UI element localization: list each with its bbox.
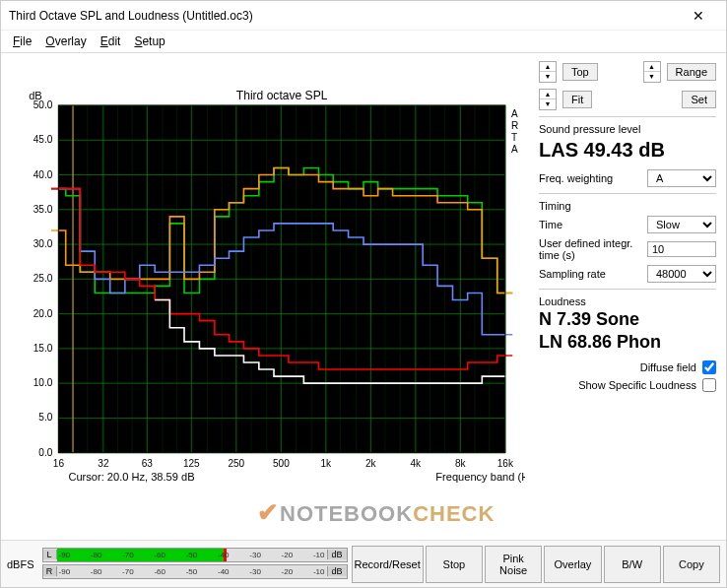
menubar: File Overlay Edit Setup <box>1 31 726 53</box>
meter-l-label: L <box>43 550 57 559</box>
chart-pane: 0.05.010.015.020.025.030.035.040.045.050… <box>1 53 529 541</box>
integr-input[interactable] <box>647 241 716 257</box>
bottom-bar: dBFS L -90-80-70-60-50-40-30-20-10 dB R … <box>1 540 726 587</box>
fit-button[interactable]: Fit <box>562 91 592 108</box>
svg-text:35.0: 35.0 <box>33 204 53 215</box>
timing-label: Timing <box>539 200 716 212</box>
meter-ticks: -90-80-70-60-50-40-30-20-10 <box>57 565 327 578</box>
side-panel: ▲▼ Top ▲▼ Range ▲▼ Fit Set Sound pressur… <box>529 53 726 541</box>
svg-text:dB: dB <box>29 90 42 101</box>
chevron-down-icon[interactable]: ▼ <box>540 72 556 82</box>
meter-right: R -90-80-70-60-50-40-30-20-10 dB <box>42 564 348 579</box>
level-meters: L -90-80-70-60-50-40-30-20-10 dB R -90-8… <box>42 548 348 581</box>
freq-weighting-label: Freq. weighting <box>539 172 613 184</box>
svg-text:63: 63 <box>142 458 154 469</box>
svg-text:16k: 16k <box>497 458 514 469</box>
svg-text:15.0: 15.0 <box>33 343 53 354</box>
svg-text:1k: 1k <box>321 458 333 469</box>
svg-text:Third octave SPL: Third octave SPL <box>236 89 328 102</box>
diffuse-label: Diffuse field <box>640 361 696 373</box>
menu-edit[interactable]: Edit <box>95 33 127 50</box>
show-specific-label: Show Specific Loudness <box>578 379 696 391</box>
spl-chart[interactable]: 0.05.010.015.020.025.030.035.040.045.050… <box>9 61 525 537</box>
menu-overlay[interactable]: Overlay <box>39 33 92 50</box>
svg-text:32: 32 <box>98 458 109 469</box>
window-title: Third Octave SPL and Loudness (Untitled.… <box>9 9 679 23</box>
close-icon[interactable]: ✕ <box>679 8 718 24</box>
bw-button[interactable]: B/W <box>604 546 661 583</box>
chevron-down-icon[interactable]: ▼ <box>644 72 660 82</box>
svg-text:4k: 4k <box>411 458 423 469</box>
svg-text:25.0: 25.0 <box>33 273 53 284</box>
top-button[interactable]: Top <box>562 63 598 81</box>
svg-text:10.0: 10.0 <box>33 377 53 388</box>
sampling-select[interactable]: 48000 <box>647 265 716 283</box>
loudness-n: N 7.39 Sone <box>539 309 716 330</box>
meter-ticks: -90-80-70-60-50-40-30-20-10 <box>57 549 327 561</box>
overlay-button[interactable]: Overlay <box>544 546 601 583</box>
loudness-label: Loudness <box>539 295 716 307</box>
chevron-up-icon[interactable]: ▲ <box>540 90 556 99</box>
svg-text:8k: 8k <box>455 458 467 469</box>
svg-text:2k: 2k <box>365 458 377 469</box>
freq-weighting-select[interactable]: A <box>647 169 716 187</box>
svg-text:Cursor:   20.0 Hz, 38.59 dB: Cursor: 20.0 Hz, 38.59 dB <box>68 471 194 483</box>
svg-text:125: 125 <box>183 458 200 469</box>
svg-text:A: A <box>511 108 518 119</box>
svg-text:A: A <box>511 144 518 155</box>
pink-noise-button[interactable]: Pink Noise <box>485 546 542 583</box>
set-button[interactable]: Set <box>682 91 716 108</box>
meter-left: L -90-80-70-60-50-40-30-20-10 dB <box>42 548 348 562</box>
meter-unit: dB <box>327 550 347 559</box>
loudness-ln: LN 68.86 Phon <box>539 332 716 353</box>
time-select[interactable]: Slow <box>647 216 716 233</box>
record-button[interactable]: Record/Reset <box>352 546 424 583</box>
range-button[interactable]: Range <box>667 63 716 81</box>
svg-text:R: R <box>511 120 518 131</box>
menu-file[interactable]: File <box>7 33 37 50</box>
svg-text:40.0: 40.0 <box>33 169 53 180</box>
svg-text:30.0: 30.0 <box>33 238 53 249</box>
svg-text:250: 250 <box>228 458 244 469</box>
svg-text:T: T <box>511 132 517 143</box>
copy-button[interactable]: Copy <box>663 546 720 583</box>
svg-text:5.0: 5.0 <box>38 412 52 423</box>
svg-text:500: 500 <box>273 458 290 469</box>
show-specific-checkbox[interactable] <box>702 378 716 392</box>
svg-text:45.0: 45.0 <box>33 134 53 145</box>
meter-r-label: R <box>43 566 57 576</box>
spl-value: LAS 49.43 dB <box>539 139 716 162</box>
meter-unit: dB <box>327 566 347 576</box>
range-spinner[interactable]: ▲▼ <box>643 61 661 83</box>
stop-button[interactable]: Stop <box>426 546 483 583</box>
svg-text:20.0: 20.0 <box>33 308 53 319</box>
chevron-down-icon[interactable]: ▼ <box>540 99 556 109</box>
chevron-up-icon[interactable]: ▲ <box>540 62 556 72</box>
fit-spinner[interactable]: ▲▼ <box>539 89 557 110</box>
integr-label: User defined integr. time (s) <box>539 237 637 261</box>
diffuse-checkbox[interactable] <box>702 360 716 374</box>
menu-setup[interactable]: Setup <box>128 33 170 50</box>
time-label: Time <box>539 219 562 230</box>
svg-text:16: 16 <box>53 458 65 469</box>
svg-text:0.0: 0.0 <box>38 447 52 458</box>
svg-text:Frequency band (Hz): Frequency band (Hz) <box>435 471 525 483</box>
sampling-label: Sampling rate <box>539 268 606 280</box>
titlebar: Third Octave SPL and Loudness (Untitled.… <box>1 1 726 31</box>
spl-label: Sound pressure level <box>539 123 716 135</box>
top-spinner[interactable]: ▲▼ <box>539 61 557 83</box>
dbfs-label: dBFS <box>7 558 34 570</box>
chevron-up-icon[interactable]: ▲ <box>644 62 660 72</box>
